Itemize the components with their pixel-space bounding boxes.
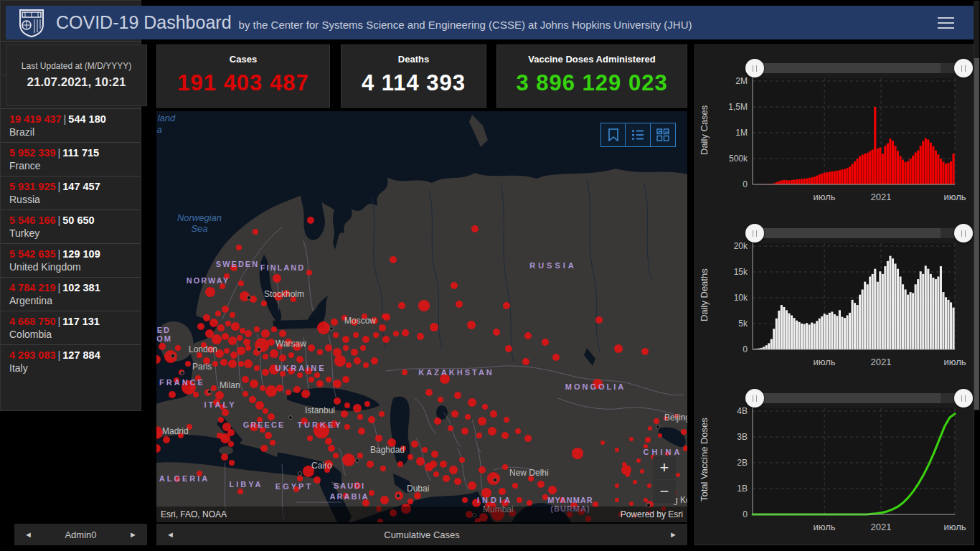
admin-pager-prev-icon[interactable]: ◄ [14,530,42,539]
daily-cases-slider-handle-left[interactable] [745,59,764,77]
city-label: Madrid [162,426,189,436]
svg-text:10k: 10k [734,293,748,303]
daily-deaths-range-slider[interactable] [745,226,973,240]
hamburger-icon[interactable] [938,14,954,32]
admin-pager-next-icon[interactable]: ► [119,530,147,539]
svg-text:20k: 20k [734,241,748,251]
deaths-stat-panel: Deaths 4 114 393 [341,44,486,108]
city-marker [208,390,212,394]
city-marker [356,459,359,463]
daily-deaths-plot: 20k15k10k5k0июль2021июль [695,233,975,377]
svg-text:3B: 3B [737,432,748,442]
admin-level-pager: ◄ Admin0 ► [14,524,147,545]
country-row[interactable]: 19 419 437|544 180Brazil [1,108,141,142]
daily-deaths-chart: Daily Deaths20k15k10k5k0июль2021июль [695,216,974,381]
country-row[interactable]: 4 784 219|102 381Argentina [1,277,141,311]
svg-text:2B: 2B [737,458,748,468]
city-marker [181,372,184,375]
cases-value: 191 403 487 [177,70,308,96]
country-label: KINGDOM [156,334,172,343]
country-row[interactable]: 5 931 925|147 457Russia [1,176,141,209]
svg-text:0: 0 [743,179,748,189]
page-title: COVID-19 Dashboard [56,12,232,33]
attribution-right: Powered by Esri [621,509,683,519]
total-vaccine-doses-range-slider[interactable] [745,391,973,405]
last-updated-value: 21.07.2021, 10:21 [27,75,126,90]
svg-text:июль: июль [943,192,966,202]
admin-pager-label: Admin0 [42,529,119,540]
jhu-shield-icon [19,9,44,37]
legend-list-icon[interactable] [626,123,651,147]
cases-label: Cases [230,54,257,65]
svg-text:1,5M: 1,5M [728,102,748,112]
world-map[interactable]: NorwegianSealandaNORWAYSWEDENFINLANDRUSS… [156,111,687,522]
basemap-grid-icon[interactable] [651,123,676,147]
total-vaccine-doses-plot: 4B3B2B1B0июль2021июль [695,398,975,542]
charts-panel: Daily Cases2M1,5M1M500k0июль2021июль Dai… [694,44,974,545]
city-marker [494,479,497,482]
country-row[interactable]: 4 293 083|127 884Italy [1,344,141,378]
svg-text:1B: 1B [737,484,748,494]
svg-text:1M: 1M [735,128,748,138]
svg-text:0: 0 [743,344,748,354]
zoom-out-button[interactable]: − [653,480,676,503]
deaths-value: 4 114 393 [362,70,466,96]
city-label: Moscow [344,316,376,326]
bookmark-icon[interactable] [600,123,626,147]
svg-text:2021: 2021 [871,357,892,367]
daily-cases-slider-handle-right[interactable] [954,59,973,77]
country-label: TURKEY [297,420,342,429]
svg-text:июль: июль [814,357,836,367]
zoom-in-button[interactable]: + [653,456,676,479]
svg-text:0: 0 [743,509,748,519]
country-label: GREECE [243,420,285,429]
map-pager-prev-icon[interactable]: ◄ [156,530,184,539]
map-pager-label: Cumulative Cases [184,529,659,540]
deaths-label: Deaths [398,54,429,65]
country-label: FRANCE [159,378,205,387]
country-row[interactable]: 5 542 635|129 109United Kingdom [1,243,141,277]
country-row[interactable]: 5 952 339|111 715France [1,142,141,176]
country-label: CHINA [644,448,683,456]
svg-text:2M: 2M [735,76,748,86]
country-row[interactable]: 5 546 166|50 650Turkey [1,209,141,243]
city-label: London [189,344,217,354]
country-label: ALGERIA [159,474,210,483]
vaccine-stat-panel: Vaccine Doses Administered 3 896 129 023 [496,44,687,108]
city-marker [330,327,334,331]
daily-deaths-slider-handle-left[interactable] [745,224,764,242]
country-label: ARABIA [330,492,369,501]
city-label: Beijing [664,413,687,423]
total-vaccine-doses-slider-handle-right[interactable] [954,389,973,408]
country-label: SAUDI [334,481,365,490]
city-label: Dubai [407,484,429,494]
daily-deaths-slider-handle-right[interactable] [954,224,973,242]
country-label: NORWAY [187,276,230,285]
water-label: Sea [191,223,207,234]
cases-stat-panel: Cases 191 403 487 [156,44,330,108]
city-label: Stockholm [264,289,304,299]
city-marker [289,416,293,420]
water-label: Norwegian [177,212,222,223]
city-label: Istanbul [305,405,335,415]
country-label: EGYPT [275,482,313,491]
page-subtitle: by the Center for Systems Science and En… [239,19,692,31]
map-attribution: Esri, FAO, NOAA Powered by Esri [156,507,687,522]
city-marker [656,425,660,429]
svg-text:4B: 4B [737,406,748,416]
country-label: INDIA [477,496,513,504]
city-label: Warsaw [275,339,306,349]
total-vaccine-doses-slider-handle-left[interactable] [745,389,764,408]
daily-cases-range-slider[interactable] [745,61,973,75]
country-label: MYANMAR [547,496,593,504]
city-label: Baghdad [370,445,405,455]
city-marker [258,348,261,352]
map-pager-next-icon[interactable]: ► [659,530,687,539]
svg-text:июль: июль [814,522,836,532]
country-row[interactable]: 4 668 750|117 131Colombia [1,311,141,344]
last-updated-panel: Last Updated at (M/D/YYYY) 21.07.2021, 1… [6,44,147,106]
last-updated-label: Last Updated at (M/D/YYYY) [22,61,131,71]
country-label: KAZAKHSTAN [418,368,494,377]
total-vaccine-doses-chart: Total Vaccine Doses4B3B2B1B0июль2021июль [695,381,974,546]
daily-cases-chart: Daily Cases2M1,5M1M500k0июль2021июль [695,51,974,216]
